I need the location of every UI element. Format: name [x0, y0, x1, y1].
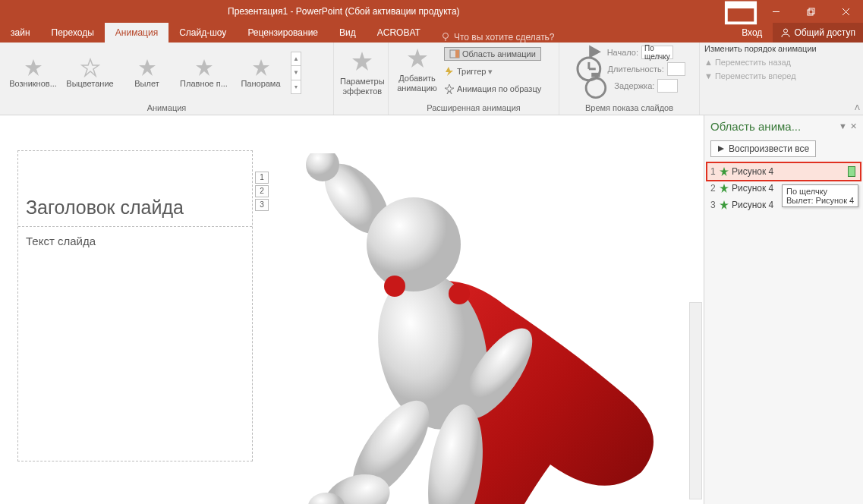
trigger-icon [444, 66, 455, 77]
reorder-header: Изменить порядок анимации [704, 44, 817, 53]
minimize-button[interactable] [758, 0, 793, 23]
svg-rect-3 [808, 10, 813, 15]
svg-marker-15 [352, 52, 372, 71]
workspace: Заголовок слайда Текст слайда 1 2 3 [0, 115, 863, 504]
timing-bar [848, 166, 855, 177]
tab-transitions[interactable]: Переходы [41, 23, 105, 43]
svg-marker-10 [25, 59, 42, 76]
vertical-scrollbar[interactable] [689, 302, 702, 499]
svg-rect-26 [592, 72, 600, 77]
duration-input[interactable] [667, 62, 685, 76]
move-later-button[interactable]: ▼Переместить вперед [704, 69, 796, 83]
move-earlier-button[interactable]: ▲Переместить назад [704, 55, 791, 69]
trigger-button[interactable]: Триггер ▾ [441, 63, 544, 80]
svg-point-25 [587, 78, 606, 98]
entrance-star-icon [720, 167, 729, 176]
tab-review[interactable]: Рецензирование [237, 23, 329, 43]
svg-marker-12 [139, 59, 156, 76]
svg-rect-4 [809, 8, 814, 14]
svg-marker-40 [720, 167, 729, 176]
person-icon [780, 27, 791, 38]
slide-image-figure[interactable] [269, 153, 679, 504]
anim-tag[interactable]: 1 [255, 172, 269, 184]
delay-input[interactable] [657, 79, 677, 93]
slide-edit-area[interactable]: Заголовок слайда Текст слайда 1 2 3 [0, 115, 704, 504]
group-label-advanced: Расширенная анимация [389, 103, 559, 115]
star-icon [351, 50, 373, 73]
pane-options-icon[interactable]: ▼ [839, 121, 847, 131]
animation-painter-button[interactable]: Анимация по образцу [441, 80, 544, 97]
add-animation-button[interactable]: Добавить анимацию [393, 44, 441, 96]
group-label-timing: Время показа слайдов [559, 103, 699, 115]
animation-list: 1 Рисунок 4 2 Рисунок 4 По щелчку Вылет:… [704, 160, 863, 216]
start-dropdown[interactable]: По щелчку [641, 46, 673, 59]
svg-marker-16 [408, 49, 427, 68]
gallery-appear[interactable]: Возникнов... [5, 55, 61, 91]
entrance-star-icon [720, 200, 729, 209]
entrance-star-icon [720, 184, 729, 193]
animation-tooltip: По щелчку Вылет: Рисунок 4 [782, 184, 858, 207]
star-icon [251, 58, 271, 77]
anim-list-item[interactable]: 1 Рисунок 4 [707, 163, 860, 180]
pane-close-icon[interactable]: ✕ [850, 121, 857, 131]
pane-title: Область анима... [710, 120, 839, 133]
collapse-ribbon-icon[interactable]: ᐱ [855, 103, 860, 112]
gallery-flyin[interactable]: Вылет [118, 55, 175, 91]
svg-point-33 [449, 283, 470, 304]
play-icon [717, 145, 725, 153]
ribbon-display-options-icon[interactable] [723, 0, 758, 23]
painter-icon [444, 83, 455, 94]
anim-tag[interactable]: 3 [255, 199, 269, 211]
anim-tag[interactable]: 2 [255, 185, 269, 197]
svg-rect-18 [455, 50, 459, 58]
svg-marker-11 [82, 59, 99, 76]
app-title: Презентация1 - PowerPoint (Сбой активаци… [228, 6, 460, 17]
svg-point-32 [384, 276, 405, 297]
star-icon [194, 58, 214, 77]
svg-marker-39 [718, 146, 724, 152]
restore-button[interactable] [793, 0, 828, 23]
gallery-float[interactable]: Плавное п... [175, 55, 232, 91]
slide-body-placeholder[interactable]: Текст слайда [18, 227, 252, 255]
share-button[interactable]: Общий доступ [773, 23, 863, 43]
tab-slideshow[interactable]: Слайд-шоу [169, 23, 237, 43]
svg-point-30 [367, 197, 461, 291]
pane-icon [449, 49, 460, 59]
group-label-animation: Анимация [0, 103, 333, 115]
animation-pane: Область анима... ▼ ✕ Воспроизвести все 1… [704, 115, 863, 504]
tab-acrobat[interactable]: ACROBAT [367, 23, 431, 43]
tell-me-search[interactable]: Что вы хотите сделать? [431, 32, 564, 43]
down-icon: ▼ [704, 71, 713, 80]
slide-title-placeholder[interactable]: Заголовок слайда [18, 151, 252, 227]
effect-options-button[interactable]: Параметры эффектов [339, 47, 386, 99]
tab-design[interactable]: зайн [0, 23, 41, 43]
tab-view[interactable]: Вид [329, 23, 367, 43]
svg-rect-1 [726, 3, 755, 9]
svg-marker-42 [720, 200, 729, 209]
anim-list-item[interactable]: 2 Рисунок 4 По щелчку Вылет: Рисунок 4 [707, 180, 860, 197]
star-plus-icon [406, 47, 429, 70]
play-all-button[interactable]: Воспроизвести все [710, 140, 816, 157]
delay-icon [581, 71, 611, 101]
svg-marker-13 [196, 59, 213, 76]
star-icon [24, 58, 43, 77]
titlebar: Презентация1 - PowerPoint (Сбой активаци… [0, 0, 863, 23]
svg-marker-41 [720, 184, 729, 193]
close-button[interactable] [828, 0, 863, 23]
slide-textbox[interactable]: Заголовок слайда Текст слайда [17, 150, 253, 461]
ribbon: Возникнов... Выцветание Вылет Плавное п.… [0, 43, 863, 115]
svg-point-7 [443, 33, 448, 39]
up-icon: ▲ [704, 58, 713, 67]
lightbulb-icon [440, 32, 451, 43]
star-icon [80, 58, 100, 77]
gallery-scroll[interactable]: ▲▼▾ [291, 52, 301, 94]
delay-row: Задержка: [581, 77, 677, 93]
animation-pane-toggle[interactable]: Область анимации [441, 46, 544, 62]
tab-animation[interactable]: Анимация [105, 23, 169, 43]
animation-order-tags: 1 2 3 [255, 172, 269, 213]
gallery-split[interactable]: Панорама [232, 55, 289, 91]
gallery-fade[interactable]: Выцветание [61, 55, 118, 91]
svg-point-9 [784, 29, 788, 33]
svg-marker-19 [446, 67, 453, 76]
star-icon [137, 58, 157, 77]
